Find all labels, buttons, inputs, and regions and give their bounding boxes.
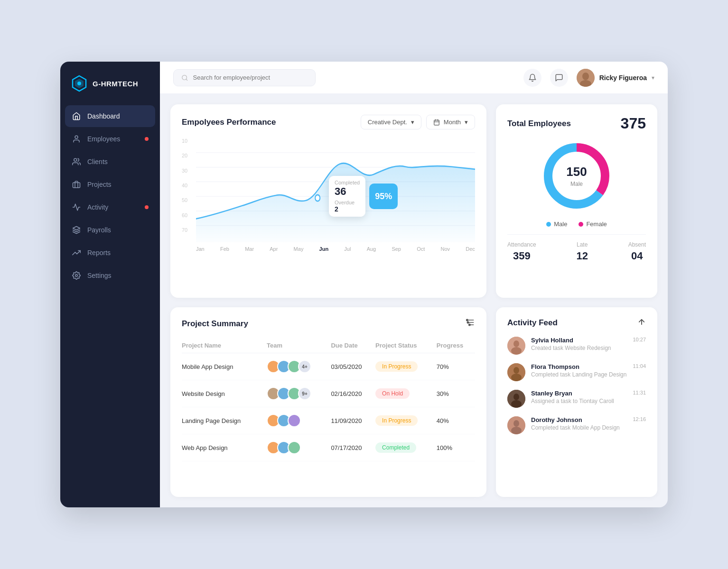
avatar [507,337,525,355]
card-filters: Creative Dept. ▾ Month ▾ [361,115,475,129]
activity-feed-card: Activity Feed [496,307,657,497]
svg-rect-13 [434,120,439,125]
activity-person-name: Sylvia Holland [531,337,627,344]
sort-button[interactable] [637,318,646,328]
activity-person-name: Stanley Bryan [531,390,627,397]
activity-avatar-img [507,337,525,355]
employees-badge [145,137,149,141]
status-badge: In Progress [375,361,418,372]
project-name: Web App Design [182,434,267,461]
due-date: 07/17/2020 [331,434,375,461]
svg-point-3 [75,136,78,138]
time-filter-button[interactable]: Month ▾ [426,115,475,129]
sidebar-item-label: Reports [87,249,111,257]
time-filter-label: Month [444,119,461,126]
male-label: Male [570,181,583,187]
sidebar-item-dashboard[interactable]: Dashboard [65,105,155,127]
sliders-icon [466,318,475,327]
stats-row: Attendance 359 Late 12 Absent 04 [507,234,646,262]
total-count: 375 [621,115,646,132]
user-info[interactable]: Ricky Figueroa ▾ [577,69,654,87]
search-input[interactable] [193,74,308,81]
performance-card-header: Empolyees Performance Creative Dept. ▾ [182,115,475,129]
sidebar-item-activity[interactable]: Activity [65,196,155,218]
sidebar-item-label: Employees [87,135,120,143]
col-project-name: Project Name [182,338,267,353]
sidebar-item-projects[interactable]: Projects [65,174,155,195]
chart-xaxis: Jan Feb Mar Apr May Jun Jul Aug Sep Oct … [196,242,475,252]
status-badge: On Hold [375,388,410,399]
sidebar-logo: G-HRMTECH [60,62,160,105]
activity-description: Completed task Landing Page Design [531,371,627,378]
team-avatar [288,441,301,454]
activity-title: Activity Feed [507,318,558,328]
activity-time: 10:27 [633,337,646,342]
activity-info: Dorothy Johnson Completed task Mobile Ap… [531,416,627,431]
sidebar-item-clients[interactable]: Clients [65,151,155,173]
project-filter-button[interactable] [466,318,475,330]
chart-container: 70 60 50 40 30 20 10 [182,138,475,242]
main-content: Ricky Figueroa ▾ Empolyees Performance C… [160,62,668,507]
header-actions: Ricky Figueroa ▾ [523,69,654,87]
bell-icon [528,73,537,82]
male-legend-label: Male [554,220,567,228]
completed-value: 36 [335,185,360,198]
activity-info: Stanley Bryan Assigned a task to Tiontay… [531,390,627,404]
sidebar-item-payrolls[interactable]: Payrolls [65,219,155,241]
time-chevron-icon: ▾ [465,119,468,126]
donut-container: 150 Male [507,138,646,214]
status-cell: Completed [375,434,437,461]
project-name: Landing Page Design [182,407,267,434]
activity-time: 11:31 [633,390,646,395]
svg-point-42 [513,394,519,400]
male-legend: Male [546,220,567,228]
gear-icon [72,271,81,280]
message-icon [555,73,563,82]
activity-avatar-img [507,363,525,381]
activity-time: 11:04 [633,363,646,369]
performance-title: Empolyees Performance [182,118,276,127]
tooltip-percentage: 95% [369,184,398,209]
notification-button[interactable] [523,69,541,87]
activity-card-header: Activity Feed [507,318,646,328]
sidebar-item-employees[interactable]: Employees [65,128,155,150]
performance-card: Empolyees Performance Creative Dept. ▾ [170,104,486,298]
due-date: 02/16/2020 [331,380,375,407]
calendar-icon [433,119,440,126]
activity-person-name: Flora Thompson [531,363,627,370]
avatar [507,390,525,408]
chevron-down-icon: ▾ [652,74,654,81]
sidebar-item-label: Clients [87,158,108,165]
sidebar-nav: Dashboard Employees [60,105,160,507]
chart-yaxis: 70 60 50 40 30 20 10 [182,138,195,233]
people-icon [72,157,81,166]
messages-button[interactable] [550,69,568,87]
svg-point-46 [511,427,522,434]
project-name: Mobile App Design [182,353,267,380]
logo-icon [71,75,88,92]
progress-cell: 70% [437,353,475,380]
sidebar-item-settings[interactable]: Settings [65,265,155,286]
dept-filter-button[interactable]: Creative Dept. ▾ [361,115,421,129]
activity-avatar-img [507,416,525,434]
absent-stat: Absent 04 [628,241,646,262]
home-icon [72,111,81,121]
layers-icon [72,225,81,235]
svg-point-31 [467,321,468,323]
activity-badge [145,205,149,209]
svg-point-23 [315,195,320,201]
sidebar-item-reports[interactable]: Reports [65,242,155,264]
sidebar: G-HRMTECH Dashboard [60,62,160,507]
team-cell: 4+ [267,353,331,380]
team-cell [267,434,331,461]
female-legend-dot [579,222,583,227]
project-title: Project Summary [182,319,248,329]
activity-item: Sylvia Holland Created task Website Rede… [507,337,646,355]
project-summary-card: Project Summary [170,307,486,497]
sidebar-item-label: Payrolls [87,226,111,234]
dept-chevron-icon: ▾ [411,119,414,126]
search-icon [181,74,188,82]
svg-point-4 [74,158,77,161]
svg-point-11 [582,73,589,80]
search-bar[interactable] [173,69,316,86]
